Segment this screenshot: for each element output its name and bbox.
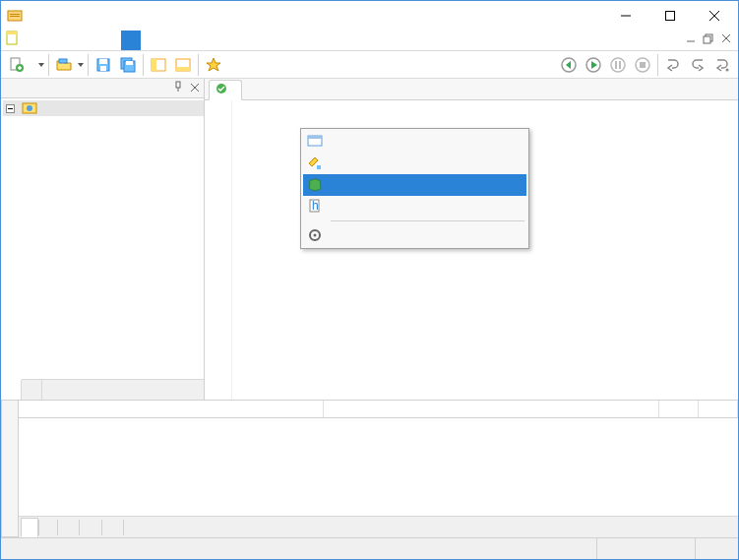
open-dropdown[interactable]: [77, 53, 85, 77]
svg-rect-44: [176, 82, 180, 88]
col-d[interactable]: [699, 401, 738, 417]
minimize-button[interactable]: [603, 2, 647, 31]
menu-item-settings[interactable]: [303, 224, 526, 246]
menu-view[interactable]: [82, 31, 101, 50]
menu-edit[interactable]: [42, 31, 62, 50]
tab-search[interactable]: [39, 518, 57, 537]
step-back-button[interactable]: [557, 53, 581, 77]
navigator-tree[interactable]: [1, 98, 204, 379]
tree-root[interactable]: [3, 100, 204, 116]
svg-point-31: [611, 58, 625, 72]
mdi-close-icon[interactable]: [718, 31, 734, 50]
terminal-icon: [305, 132, 325, 152]
run-button[interactable]: [582, 53, 605, 77]
svg-text:h: h: [312, 199, 319, 213]
mdi-restore-icon[interactable]: [701, 31, 716, 50]
pin-icon[interactable]: [172, 81, 184, 95]
new-dropdown[interactable]: [37, 53, 45, 77]
tab-journal[interactable]: [124, 518, 142, 537]
new-button[interactable]: [5, 53, 36, 77]
svg-rect-21: [100, 66, 106, 71]
svg-rect-33: [619, 61, 621, 69]
svg-rect-4: [665, 12, 674, 21]
svg-rect-26: [152, 59, 156, 71]
navigator-title: [1, 79, 204, 98]
open-button[interactable]: [52, 53, 76, 77]
menu-file[interactable]: [23, 31, 42, 50]
tab-errors[interactable]: [21, 518, 38, 537]
gear-icon: [305, 225, 325, 245]
col-c[interactable]: [659, 401, 699, 417]
navigator-tabs: [1, 379, 204, 400]
step-into-button[interactable]: [661, 53, 685, 77]
svg-rect-24: [126, 61, 133, 65]
titlebar: [1, 1, 738, 31]
pause-button[interactable]: [606, 53, 630, 77]
stop-button[interactable]: [631, 53, 654, 77]
tab-articles[interactable]: [58, 518, 79, 537]
status-position: [596, 538, 695, 559]
mdi-minimize-icon[interactable]: [683, 31, 699, 50]
save-all-button[interactable]: [116, 53, 140, 77]
service-menu-dropdown: h: [300, 128, 529, 249]
menu-item-cloud-protector[interactable]: [303, 174, 526, 196]
menubar: [1, 31, 738, 51]
editor-tab[interactable]: [209, 80, 242, 100]
toggle-panel-2[interactable]: [171, 53, 195, 77]
toolbox-panel: [19, 400, 738, 537]
nav-tab-project[interactable]: [22, 380, 42, 400]
collapse-icon[interactable]: [3, 101, 18, 116]
menu-service[interactable]: [121, 31, 141, 50]
tab-public[interactable]: [102, 518, 123, 537]
line-gutter: [205, 100, 232, 400]
menu-item-terminal[interactable]: [303, 131, 526, 153]
status-text: [1, 538, 596, 559]
shield-icon: [305, 175, 325, 195]
tab-status-icon: [216, 83, 227, 97]
save-button[interactable]: [92, 53, 115, 77]
tab-library[interactable]: [80, 518, 100, 537]
col-file[interactable]: [324, 401, 659, 417]
svg-rect-20: [99, 59, 107, 64]
menu-item-mqh[interactable]: h: [303, 196, 526, 218]
nav-tab-mql5[interactable]: [1, 379, 22, 400]
svg-rect-32: [615, 61, 617, 69]
menu-help[interactable]: [160, 31, 180, 50]
file-h-icon: h: [305, 197, 325, 217]
svg-point-36: [726, 68, 729, 71]
toolbox-tabs: [19, 516, 738, 537]
maximize-button[interactable]: [647, 2, 692, 31]
panel-close-icon[interactable]: [190, 82, 200, 95]
menu-item-styler[interactable]: [303, 153, 526, 174]
step-out-button[interactable]: [710, 53, 734, 77]
col-description[interactable]: [19, 401, 324, 417]
editor-tabs: [205, 79, 738, 100]
styler-icon: [305, 154, 325, 173]
svg-rect-28: [176, 67, 190, 71]
mql5-icon: [22, 100, 37, 116]
step-over-button[interactable]: [686, 53, 709, 77]
svg-rect-35: [640, 62, 646, 68]
svg-point-51: [27, 105, 32, 111]
menu-debug[interactable]: [101, 31, 121, 50]
svg-rect-18: [59, 59, 67, 63]
svg-rect-11: [704, 36, 710, 43]
toolbox-rows: [19, 418, 738, 516]
toolbox-sidebar-tab[interactable]: [1, 400, 19, 537]
menu-search[interactable]: [62, 31, 82, 50]
toggle-panel-1[interactable]: [147, 53, 170, 77]
navigator-panel: [1, 79, 205, 400]
svg-rect-2: [10, 16, 20, 17]
svg-rect-8: [7, 31, 17, 34]
close-button[interactable]: [692, 2, 736, 31]
favorite-button[interactable]: [202, 53, 225, 77]
toolbar: [1, 51, 738, 79]
menu-window[interactable]: [141, 31, 160, 50]
status-bar: [1, 537, 738, 559]
svg-rect-1: [10, 14, 20, 15]
toolbox-header: [19, 401, 738, 418]
status-ins: [695, 538, 738, 559]
doc-icon: [5, 31, 21, 46]
svg-rect-39: [317, 165, 321, 169]
svg-point-43: [314, 234, 317, 237]
